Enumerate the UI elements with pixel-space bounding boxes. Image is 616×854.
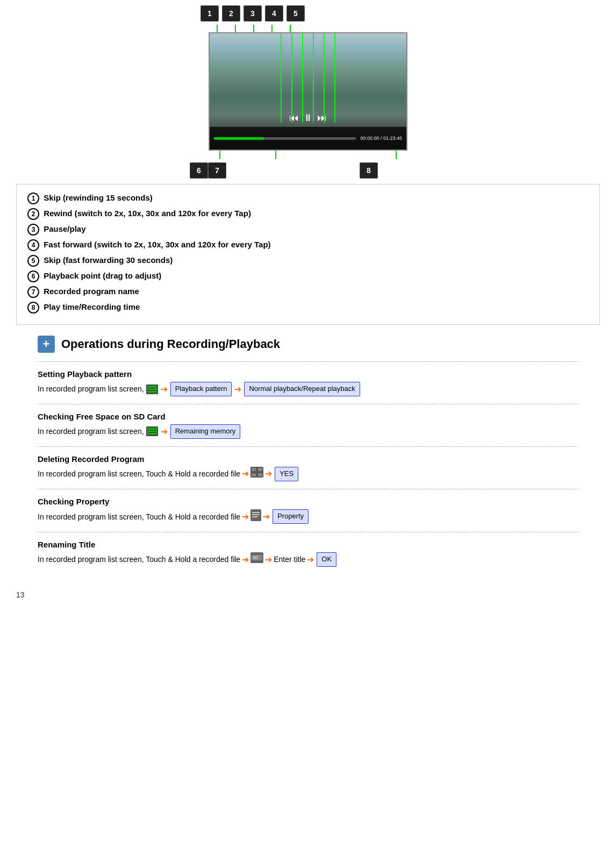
badge-ok: OK (317, 552, 336, 567)
circle-6: 6 (27, 271, 39, 282)
block-desc-property: In recorded program list screen, Touch &… (38, 509, 578, 524)
operation-block-delete: Deleting Recorded Program In recorded pr… (38, 446, 578, 489)
operation-block-free-space: Checking Free Space on SD Card In record… (38, 404, 578, 446)
svg-rect-5 (148, 429, 156, 430)
rename-icon-rename (250, 552, 263, 566)
arrow-1-playback: ➔ (161, 382, 168, 396)
circle-2: 2 (27, 208, 39, 220)
svg-rect-6 (148, 431, 156, 432)
operations-title: Operations during Recording/Playback (61, 337, 280, 351)
legend-item-4: 4 Fast forward (switch to 2x, 10x, 30x a… (27, 239, 589, 251)
svg-rect-19 (253, 556, 258, 559)
legend-item-5: 5 Skip (fast forwarding 30 seconds) (27, 254, 589, 267)
svg-rect-12 (258, 473, 262, 476)
video-frame: 00:00:00 / 01:23:45 ⏮ ⏸ ⏭ (209, 32, 407, 151)
arrow-1-delete: ➔ (242, 467, 249, 481)
svg-rect-16 (252, 516, 257, 517)
block-desc-freespace: In recorded program list screen, ➔ Remai… (38, 424, 578, 439)
button-6: 6 (190, 162, 208, 179)
desc-prefix-playback: In recorded program list screen, (38, 383, 144, 395)
legend-section: 1 Skip (rewinding 15 seconds) 2 Rewind (… (16, 184, 600, 325)
desc-prefix-rename: In recorded program list screen, Touch &… (38, 553, 240, 565)
arrow-1-rename: ➔ (242, 553, 249, 567)
block-desc-playback: In recorded program list screen, ➔ Playb… (38, 382, 578, 396)
badge-remaining: Remaining memory (170, 424, 241, 439)
svg-rect-4 (146, 426, 158, 436)
enter-title-text: Enter title (274, 553, 305, 565)
top-buttons-row: 1 2 3 4 5 (200, 5, 432, 22)
arrow-2-playback: ➔ (234, 382, 241, 396)
circle-8: 8 (27, 302, 39, 314)
operations-header: + Operations during Recording/Playback (38, 336, 578, 353)
video-diagram: 1 2 3 4 5 (184, 5, 432, 179)
desc-prefix-delete: In recorded program list screen, Touch &… (38, 468, 240, 480)
circle-1: 1 (27, 193, 39, 204)
arrow-3-rename: ➔ (307, 553, 314, 567)
button-1: 1 (200, 5, 219, 22)
legend-item-8: 8 Play time/Recording time (27, 301, 589, 314)
circle-3: 3 (27, 224, 39, 236)
legend-item-3: 3 Pause/play (27, 223, 589, 236)
block-title-rename: Renaming Title (38, 540, 578, 549)
operation-block-property: Checking Property In recorded program li… (38, 489, 578, 532)
legend-item-7: 7 Recorded program name (27, 286, 589, 298)
svg-rect-3 (148, 391, 156, 392)
operation-block-rename: Renaming Title In recorded program list … (38, 532, 578, 574)
arrow-1-property: ➔ (242, 510, 249, 524)
svg-rect-7 (148, 433, 156, 434)
svg-rect-1 (148, 387, 156, 388)
svg-rect-9 (252, 468, 256, 471)
bottom-buttons-row: 6 7 8 (184, 162, 383, 179)
block-desc-delete: In recorded program list screen, Touch &… (38, 467, 578, 481)
menu-icon-playback (146, 385, 158, 394)
button-2: 2 (222, 5, 240, 22)
menu-icon-freespace (146, 426, 158, 436)
legend-item-6: 6 Playback point (drag to adjust) (27, 270, 589, 282)
block-title-property: Checking Property (38, 497, 578, 506)
button-8: 8 (360, 162, 378, 179)
badge-playback-pattern: Playback pattern (170, 382, 232, 396)
page-number: 13 (16, 590, 600, 599)
diagram-section: 1 2 3 4 5 (16, 5, 600, 179)
button-7: 7 (208, 162, 226, 179)
page-wrapper: 1 2 3 4 5 (0, 0, 616, 615)
legend-item-2: 2 Rewind (switch to 2x, 10x, 30x and 120… (27, 208, 589, 220)
arrow-2-delete: ➔ (265, 467, 272, 481)
arrow-2-property: ➔ (263, 510, 270, 524)
svg-rect-11 (252, 473, 256, 476)
svg-rect-2 (148, 389, 156, 390)
button-4: 4 (265, 5, 283, 22)
arrow-2-rename: ➔ (265, 553, 272, 567)
svg-rect-10 (258, 468, 262, 471)
button-3: 3 (243, 5, 262, 22)
circle-7: 7 (27, 286, 39, 298)
svg-rect-15 (252, 514, 260, 515)
desc-prefix-property: In recorded program list screen, Touch &… (38, 511, 240, 523)
badge-yes: YES (275, 467, 298, 481)
block-title-freespace: Checking Free Space on SD Card (38, 412, 578, 421)
circle-4: 4 (27, 239, 39, 251)
block-desc-rename: In recorded program list screen, Touch &… (38, 552, 578, 567)
block-title-playback: Setting Playback pattern (38, 369, 578, 379)
file-icon-property (250, 509, 261, 524)
button-5: 5 (286, 5, 305, 22)
plus-icon: + (38, 336, 55, 353)
arrow-freespace: ➔ (161, 425, 168, 439)
operation-block-playback-pattern: Setting Playback pattern In recorded pro… (38, 361, 578, 404)
legend-item-1: 1 Skip (rewinding 15 seconds) (27, 192, 589, 204)
block-title-delete: Deleting Recorded Program (38, 454, 578, 464)
svg-rect-14 (252, 512, 260, 513)
operations-section: + Operations during Recording/Playback S… (38, 336, 578, 574)
desc-prefix-freespace: In recorded program list screen, (38, 425, 144, 437)
timestamp: 00:00:00 / 01:23:45 (360, 136, 402, 141)
circle-5: 5 (27, 255, 39, 267)
badge-normal-playback: Normal playback/Repeat playback (244, 382, 360, 396)
grid-icon-delete (250, 467, 263, 481)
svg-rect-0 (146, 385, 158, 394)
badge-property: Property (273, 509, 309, 524)
